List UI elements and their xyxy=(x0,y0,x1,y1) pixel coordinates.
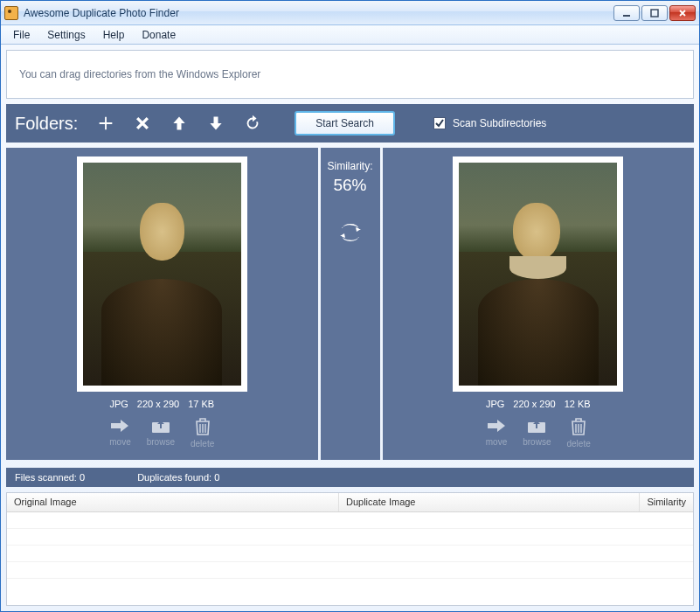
column-original[interactable]: Original Image xyxy=(7,493,339,511)
app-window: Awesome Duplicate Photo Finder File Sett… xyxy=(0,0,700,612)
window-controls xyxy=(613,5,696,21)
table-row xyxy=(7,529,693,546)
folder-up-icon xyxy=(527,418,546,435)
start-search-button[interactable]: Start Search xyxy=(295,111,395,136)
left-photo-frame xyxy=(77,156,247,392)
drop-hint-text: You can drag directories from the Window… xyxy=(19,68,260,80)
move-up-button[interactable] xyxy=(167,111,191,136)
add-folder-button[interactable] xyxy=(94,111,118,136)
svg-rect-1 xyxy=(651,10,658,17)
right-size: 12 KB xyxy=(565,399,591,409)
right-format: JPG xyxy=(486,399,504,409)
menu-settings[interactable]: Settings xyxy=(38,27,94,43)
right-move-button[interactable]: move xyxy=(486,418,507,449)
arrow-right-icon xyxy=(109,418,130,435)
compare-row: JPG 220 x 290 17 KB move xyxy=(6,148,694,460)
left-size: 17 KB xyxy=(188,399,214,409)
results-body[interactable] xyxy=(7,512,693,605)
files-scanned: Files scanned: 0 xyxy=(15,472,85,483)
folders-label: Folders: xyxy=(15,114,78,134)
duplicates-found: Duplicates found: 0 xyxy=(137,472,219,483)
column-similarity[interactable]: Similarity xyxy=(640,493,693,511)
right-browse-button[interactable]: browse xyxy=(523,418,551,449)
scan-subdirs-checkbox[interactable] xyxy=(433,117,446,129)
left-format: JPG xyxy=(109,399,128,409)
column-duplicate[interactable]: Duplicate Image xyxy=(339,493,640,511)
folder-drop-panel[interactable]: You can drag directories from the Window… xyxy=(6,50,694,99)
left-image-actions: move browse delete xyxy=(109,418,214,449)
results-header: Original Image Duplicate Image Similarit… xyxy=(7,493,693,512)
right-delete-button[interactable]: delete xyxy=(566,418,590,449)
remove-folder-button[interactable] xyxy=(130,111,155,136)
right-image-actions: move browse delete xyxy=(486,418,591,449)
right-photo-thumbnail[interactable] xyxy=(459,163,617,386)
window-title: Awesome Duplicate Photo Finder xyxy=(24,7,613,19)
menu-file[interactable]: File xyxy=(4,27,38,43)
scan-subdirs-label: Scan Subdirectories xyxy=(453,117,546,129)
trash-icon xyxy=(571,418,586,437)
left-delete-button[interactable]: delete xyxy=(191,418,214,449)
refresh-button[interactable] xyxy=(240,111,265,136)
scan-subdirs-option[interactable]: Scan Subdirectories xyxy=(433,117,546,129)
left-delete-label: delete xyxy=(191,439,214,449)
left-image-panel: JPG 220 x 290 17 KB move xyxy=(6,148,318,460)
left-browse-button[interactable]: browse xyxy=(147,418,175,449)
left-move-button[interactable]: move xyxy=(109,418,130,449)
similarity-panel: Similarity: 56% xyxy=(321,148,380,460)
close-button[interactable] xyxy=(669,5,696,21)
files-scanned-value: 0 xyxy=(80,472,85,483)
left-dimensions: 220 x 290 xyxy=(137,399,179,409)
swap-button[interactable] xyxy=(336,221,364,244)
minimize-button[interactable] xyxy=(613,5,640,21)
app-icon xyxy=(4,6,18,20)
right-dimensions: 220 x 290 xyxy=(513,399,555,409)
menubar: File Settings Help Donate xyxy=(1,25,699,45)
folders-toolbar: Folders: Start Search Scan Subdirec xyxy=(6,104,694,143)
arrow-right-icon xyxy=(486,418,507,435)
duplicates-found-value: 0 xyxy=(214,472,219,483)
files-scanned-label: Files scanned: xyxy=(15,472,77,483)
right-browse-label: browse xyxy=(523,437,551,447)
trash-icon xyxy=(195,418,211,437)
duplicates-found-label: Duplicates found: xyxy=(137,472,211,483)
titlebar: Awesome Duplicate Photo Finder xyxy=(1,1,699,25)
table-row xyxy=(7,562,693,579)
move-down-button[interactable] xyxy=(204,111,228,136)
results-table: Original Image Duplicate Image Similarit… xyxy=(6,492,694,606)
right-photo-frame xyxy=(453,156,623,392)
right-image-meta: JPG 220 x 290 12 KB xyxy=(486,399,591,409)
table-row xyxy=(7,546,693,562)
folder-up-icon xyxy=(151,418,170,435)
left-browse-label: browse xyxy=(147,437,175,447)
table-row xyxy=(7,512,693,529)
menu-help[interactable]: Help xyxy=(94,27,134,43)
menu-donate[interactable]: Donate xyxy=(133,27,184,43)
left-photo-thumbnail[interactable] xyxy=(83,163,241,386)
right-delete-label: delete xyxy=(566,439,590,449)
similarity-value: 56% xyxy=(333,176,366,195)
left-move-label: move xyxy=(109,437,130,447)
right-image-panel: JPG 220 x 290 12 KB move xyxy=(383,148,695,460)
similarity-label: Similarity: xyxy=(327,160,372,172)
status-bar: Files scanned: 0 Duplicates found: 0 xyxy=(6,468,694,487)
content-area: You can drag directories from the Window… xyxy=(1,45,699,611)
maximize-button[interactable] xyxy=(641,5,668,21)
left-image-meta: JPG 220 x 290 17 KB xyxy=(109,399,214,409)
right-move-label: move xyxy=(486,437,507,447)
svg-rect-0 xyxy=(623,15,630,17)
